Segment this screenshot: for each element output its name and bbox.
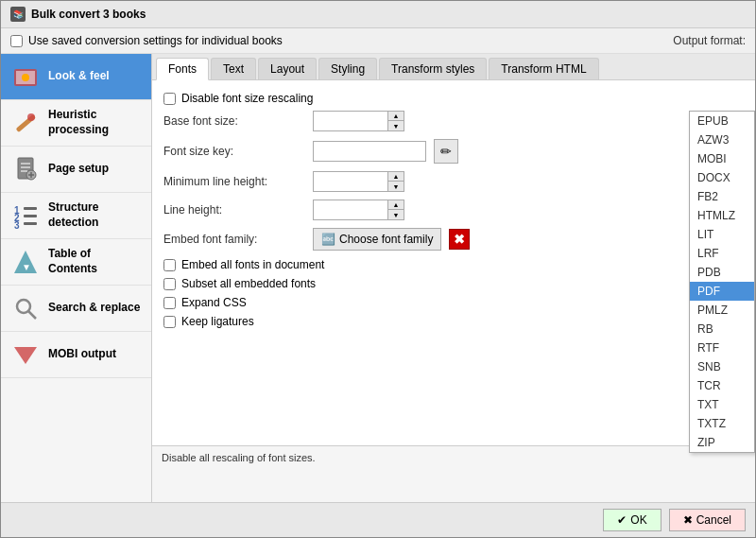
min-line-height-spinner: 120.0 % ▲ ▼: [313, 171, 404, 192]
disable-rescaling-row: Disable font size rescaling: [163, 92, 744, 105]
toc-icon: ▼: [10, 247, 41, 277]
expand-css-label: Expand CSS: [181, 296, 247, 309]
base-font-size-up[interactable]: ▲: [388, 112, 404, 121]
dropdown-item-pdb[interactable]: PDB: [690, 263, 754, 282]
subset-all-label: Subset all embedded fonts: [181, 277, 316, 290]
sidebar: Look & feel Heuristic processing: [1, 54, 152, 502]
svg-point-20: [17, 300, 30, 313]
min-line-height-up[interactable]: ▲: [388, 172, 404, 182]
embed-font-row: Embed font family: 🔤 Choose font family …: [163, 228, 744, 251]
svg-rect-15: [24, 207, 37, 210]
sidebar-label-heuristic: Heuristic processing: [48, 108, 142, 137]
dropdown-item-azw3[interactable]: AZW3: [690, 130, 754, 149]
sidebar-item-mobi[interactable]: MOBI output: [1, 332, 151, 378]
disable-rescaling-label: Disable font size rescaling: [181, 92, 313, 105]
base-font-size-label: Base font size:: [163, 114, 305, 128]
choose-font-label: Choose font family: [339, 233, 433, 246]
dropdown-item-txtz[interactable]: TXTZ: [690, 414, 754, 433]
dropdown-item-rb[interactable]: RB: [690, 320, 754, 338]
tab-layout[interactable]: Layout: [258, 58, 317, 79]
sidebar-label-look-feel: Look & feel: [48, 69, 110, 84]
dropdown-item-snb[interactable]: SNB: [690, 357, 754, 376]
line-height-label: Line height:: [163, 203, 305, 217]
dropdown-item-lrf[interactable]: LRF: [690, 244, 754, 263]
clear-font-btn[interactable]: ✖: [449, 229, 470, 250]
svg-point-2: [22, 74, 29, 81]
mobi-icon: [10, 339, 41, 370]
dropdown-item-tcr[interactable]: TCR: [690, 376, 754, 395]
tab-fonts[interactable]: Fonts: [156, 58, 209, 80]
svg-text:3: 3: [14, 220, 20, 231]
sidebar-label-page-setup: Page setup: [48, 162, 109, 177]
window-title: Bulk convert 3 books: [31, 8, 146, 21]
sidebar-label-search: Search & replace: [48, 301, 140, 316]
sidebar-label-mobi: MOBI output: [48, 347, 116, 362]
tab-styling[interactable]: Styling: [318, 58, 377, 79]
sidebar-item-toc[interactable]: ▼ Table of Contents: [1, 239, 151, 286]
tab-bar: Fonts Text Layout Styling Transform styl…: [152, 54, 755, 80]
sidebar-item-heuristic[interactable]: Heuristic processing: [1, 100, 151, 147]
output-format-dropdown[interactable]: EPUB AZW3 MOBI DOCX FB2 HTMLZ LIT LRF PD…: [689, 111, 755, 453]
base-font-size-spinner: 0.0 pt ▲ ▼: [313, 111, 404, 131]
cancel-label: Cancel: [696, 513, 731, 527]
base-font-size-input[interactable]: 0.0 pt: [313, 111, 388, 131]
keep-ligatures-checkbox[interactable]: [163, 316, 176, 328]
structure-icon: 1 2 3: [10, 200, 41, 231]
dropdown-item-zip[interactable]: ZIP: [690, 433, 754, 452]
min-line-height-down[interactable]: ▼: [388, 182, 404, 191]
tab-transform-html[interactable]: Transform HTML: [489, 58, 598, 79]
line-height-down[interactable]: ▼: [388, 210, 404, 219]
sidebar-label-structure: Structure detection: [48, 200, 142, 230]
subset-all-checkbox[interactable]: [163, 278, 176, 290]
disable-rescaling-checkbox[interactable]: [163, 93, 176, 105]
sidebar-item-page-setup[interactable]: Page setup: [1, 147, 151, 193]
min-line-height-input[interactable]: 120.0 %: [313, 171, 388, 192]
sidebar-item-look-feel[interactable]: Look & feel: [1, 54, 151, 100]
tab-text[interactable]: Text: [211, 58, 256, 79]
choose-font-btn[interactable]: 🔤 Choose font family: [313, 228, 441, 251]
dropdown-item-docx[interactable]: DOCX: [690, 168, 754, 187]
tab-transform-styles[interactable]: Transform styles: [379, 58, 487, 79]
embed-all-checkbox[interactable]: [163, 259, 176, 271]
heuristic-icon: [10, 108, 41, 138]
use-saved-settings-label: Use saved conversion settings for indivi…: [28, 34, 283, 47]
expand-css-row: Expand CSS: [163, 296, 744, 309]
cancel-icon: ✖: [683, 513, 693, 527]
dropdown-item-lit[interactable]: LIT: [690, 225, 754, 244]
svg-point-4: [27, 113, 35, 121]
title-bar: 📚 Bulk convert 3 books: [1, 1, 755, 28]
dropdown-item-fb2[interactable]: FB2: [690, 187, 754, 206]
ok-button[interactable]: ✔ OK: [603, 509, 661, 531]
cancel-button[interactable]: ✖ Cancel: [669, 509, 746, 531]
dropdown-item-mobi[interactable]: MOBI: [690, 149, 754, 168]
line-height-spinner: 0.0 pt ▲ ▼: [313, 200, 404, 220]
min-line-height-spinner-btns: ▲ ▼: [388, 171, 404, 192]
font-size-key-input[interactable]: [313, 141, 426, 162]
main-window: 📚 Bulk convert 3 books Use saved convers…: [0, 0, 756, 538]
subset-all-row: Subset all embedded fonts: [163, 277, 744, 290]
title-icon: 📚: [10, 7, 26, 22]
embed-all-label: Embed all fonts in document: [181, 258, 324, 271]
base-font-size-spinner-btns: ▲ ▼: [388, 111, 404, 131]
top-options-row: Use saved conversion settings for indivi…: [1, 28, 755, 54]
dropdown-item-txt[interactable]: TXT: [690, 395, 754, 414]
keep-ligatures-label: Keep ligatures: [181, 315, 254, 328]
keep-ligatures-row: Keep ligatures: [163, 315, 744, 328]
main-content: Look & feel Heuristic processing: [1, 54, 755, 502]
dropdown-item-pdf[interactable]: PDF: [690, 282, 754, 301]
sidebar-item-structure[interactable]: 1 2 3 Structure detection: [1, 193, 151, 239]
status-text: Disable all rescaling of font sizes.: [162, 452, 316, 463]
base-font-size-down[interactable]: ▼: [388, 121, 404, 130]
use-saved-settings-checkbox[interactable]: [10, 35, 23, 47]
checkbox-row-left: Use saved conversion settings for indivi…: [10, 34, 283, 47]
dropdown-item-pmlz[interactable]: PMLZ: [690, 301, 754, 320]
dropdown-item-epub[interactable]: EPUB: [690, 112, 754, 130]
dropdown-item-htmlz[interactable]: HTMLZ: [690, 206, 754, 225]
line-height-input[interactable]: 0.0 pt: [313, 200, 388, 220]
dropdown-item-rtf[interactable]: RTF: [690, 338, 754, 357]
sidebar-item-search[interactable]: Search & replace: [1, 286, 151, 332]
font-size-key-edit-btn[interactable]: ✏: [434, 139, 458, 164]
svg-text:▼: ▼: [22, 262, 31, 272]
line-height-up[interactable]: ▲: [388, 200, 404, 210]
expand-css-checkbox[interactable]: [163, 297, 176, 309]
